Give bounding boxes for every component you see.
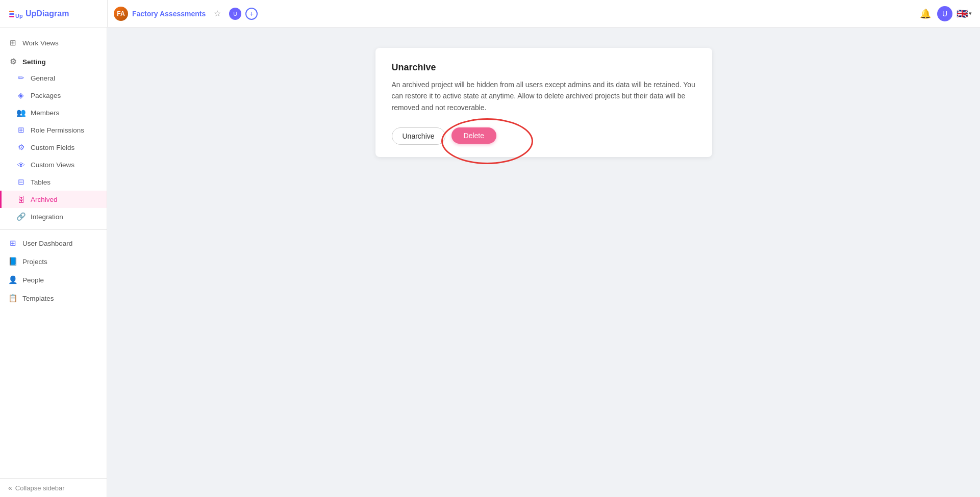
setting-label: Setting	[22, 58, 46, 66]
delete-button[interactable]: Delete	[451, 127, 496, 144]
general-label: General	[31, 74, 55, 82]
sidebar-item-integration[interactable]: 🔗 Integration	[0, 208, 107, 225]
sidebar-item-general[interactable]: ✏ General	[0, 69, 107, 87]
user-avatar[interactable]: U	[937, 6, 952, 21]
main-content: Unarchive An archived project will be hi…	[107, 28, 980, 497]
project-avatar: FA	[114, 7, 128, 21]
collapse-label: Collapse sidebar	[15, 484, 65, 492]
sidebar-item-archived[interactable]: 🗄 Archived	[0, 191, 107, 208]
nav-divider	[0, 229, 107, 230]
user-dashboard-label: User Dashboard	[22, 240, 72, 247]
archived-icon: 🗄	[16, 195, 26, 204]
projects-icon: 📘	[8, 257, 17, 266]
general-icon: ✏	[16, 73, 26, 83]
role-permissions-icon: ⊞	[16, 125, 26, 135]
people-label: People	[22, 276, 44, 284]
sidebar-item-projects[interactable]: 📘 Projects	[0, 252, 107, 271]
sidebar-item-custom-fields[interactable]: ⚙ Custom Fields	[0, 139, 107, 156]
logo-text: UpDiagram	[26, 9, 69, 18]
projects-label: Projects	[22, 258, 47, 266]
sidebar-item-role-permissions[interactable]: ⊞ Role Permissions	[0, 121, 107, 139]
sidebar: ⊞ Work Views ⚙ Setting ✏ General ◈ Packa…	[0, 28, 107, 497]
svg-rect-0	[9, 11, 14, 12]
star-button[interactable]: ☆	[210, 6, 225, 21]
packages-label: Packages	[31, 92, 61, 99]
project-name: Factory Assessments	[132, 10, 206, 18]
members-label: Members	[31, 109, 59, 117]
logo-area: Up UpDiagram	[0, 7, 107, 21]
sidebar-item-members[interactable]: 👥 Members	[0, 104, 107, 121]
members-icon: 👥	[16, 108, 26, 117]
svg-rect-1	[9, 13, 14, 15]
setting-icon: ⚙	[8, 57, 17, 66]
svg-rect-2	[9, 16, 14, 17]
custom-views-label: Custom Views	[31, 161, 74, 169]
tables-icon: ⊟	[16, 177, 26, 187]
packages-icon: ◈	[16, 91, 26, 100]
delete-button-wrapper: Delete	[451, 127, 496, 145]
sidebar-item-custom-views[interactable]: 👁 Custom Views	[0, 156, 107, 173]
tables-label: Tables	[31, 178, 51, 186]
sidebar-item-tables[interactable]: ⊟ Tables	[0, 173, 107, 191]
unarchive-button[interactable]: Unarchive	[392, 127, 445, 145]
sidebar-item-packages[interactable]: ◈ Packages	[0, 87, 107, 104]
user-dashboard-icon: ⊞	[8, 239, 17, 248]
card-description: An archived project will be hidden from …	[392, 79, 696, 113]
role-permissions-label: Role Permissions	[31, 126, 84, 134]
sidebar-item-work-views[interactable]: ⊞ Work Views	[0, 34, 107, 52]
archived-label: Archived	[31, 196, 58, 203]
logo-icon: Up	[8, 7, 22, 21]
sidebar-item-people[interactable]: 👤 People	[0, 271, 107, 289]
topbar-right: 🔔 U 🇬🇧 ▾	[918, 6, 980, 21]
sidebar-nav: ⊞ Work Views ⚙ Setting ✏ General ◈ Packa…	[0, 32, 107, 478]
topbar: Up UpDiagram FA Factory Assessments ☆ U …	[0, 0, 980, 28]
integration-icon: 🔗	[16, 212, 26, 221]
custom-fields-label: Custom Fields	[31, 144, 74, 151]
work-views-label: Work Views	[22, 39, 59, 47]
add-tab-button[interactable]: +	[245, 8, 258, 20]
templates-icon: 📋	[8, 294, 17, 303]
custom-fields-icon: ⚙	[16, 143, 26, 152]
bell-icon[interactable]: 🔔	[918, 6, 933, 21]
people-icon: 👤	[8, 275, 17, 284]
work-views-icon: ⊞	[8, 38, 17, 47]
language-selector[interactable]: 🇬🇧 ▾	[957, 8, 972, 19]
setting-section-header[interactable]: ⚙ Setting	[0, 52, 107, 69]
custom-views-icon: 👁	[16, 160, 26, 169]
templates-label: Templates	[22, 295, 54, 302]
project-tab[interactable]: FA Factory Assessments ☆ U +	[107, 0, 264, 28]
project-user-avatar[interactable]: U	[229, 8, 241, 20]
card-actions: Unarchive Delete	[392, 127, 696, 145]
sidebar-item-user-dashboard[interactable]: ⊞ User Dashboard	[0, 234, 107, 252]
integration-label: Integration	[31, 213, 63, 221]
collapse-icon: «	[8, 484, 12, 492]
unarchive-card: Unarchive An archived project will be hi…	[375, 48, 712, 157]
svg-text:Up: Up	[15, 13, 22, 19]
collapse-sidebar-button[interactable]: « Collapse sidebar	[0, 478, 107, 497]
card-title: Unarchive	[392, 62, 696, 73]
sidebar-item-templates[interactable]: 📋 Templates	[0, 289, 107, 307]
